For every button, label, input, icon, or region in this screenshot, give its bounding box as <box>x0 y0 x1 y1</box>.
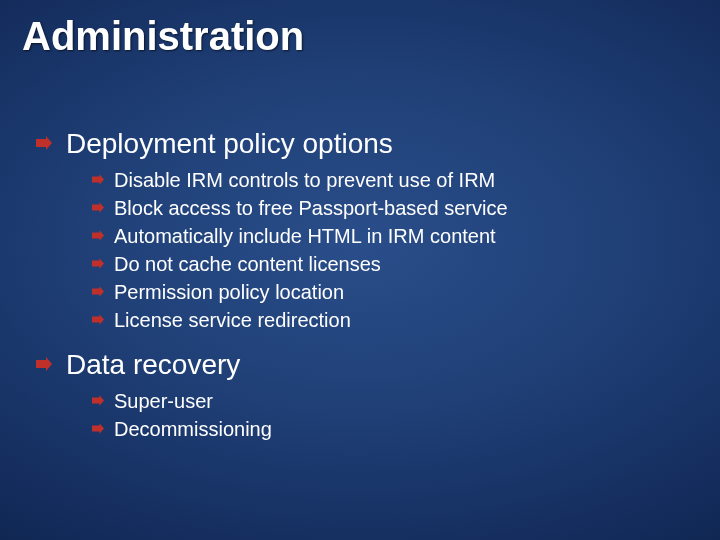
bullet-icon <box>92 314 104 325</box>
svg-marker-4 <box>92 258 104 269</box>
list-item-text: Disable IRM controls to prevent use of I… <box>114 167 495 193</box>
list-item-text: Block access to free Passport-based serv… <box>114 195 508 221</box>
slide-content: Deployment policy options Disable IRM co… <box>36 126 690 456</box>
svg-marker-2 <box>92 202 104 213</box>
section-items: Super-user Decommissioning <box>92 388 690 442</box>
bullet-icon <box>92 286 104 297</box>
section-heading: Deployment policy options <box>36 126 690 161</box>
list-item: Automatically include HTML in IRM conten… <box>92 223 690 249</box>
list-item-text: Decommissioning <box>114 416 272 442</box>
bullet-icon <box>92 174 104 185</box>
list-item: Super-user <box>92 388 690 414</box>
section-heading-text: Data recovery <box>66 347 240 382</box>
bullet-icon <box>36 136 52 150</box>
list-item: Disable IRM controls to prevent use of I… <box>92 167 690 193</box>
bullet-icon <box>92 230 104 241</box>
list-item-text: Super-user <box>114 388 213 414</box>
list-item: Permission policy location <box>92 279 690 305</box>
slide: Administration Deployment policy options… <box>0 0 720 540</box>
bullet-icon <box>92 258 104 269</box>
svg-marker-3 <box>92 230 104 241</box>
svg-marker-5 <box>92 286 104 297</box>
bullet-icon <box>92 395 104 406</box>
list-item: Block access to free Passport-based serv… <box>92 195 690 221</box>
list-item: Decommissioning <box>92 416 690 442</box>
bullet-icon <box>36 357 52 371</box>
list-item-text: Permission policy location <box>114 279 344 305</box>
section-items: Disable IRM controls to prevent use of I… <box>92 167 690 333</box>
svg-marker-1 <box>92 174 104 185</box>
list-item-text: Do not cache content licenses <box>114 251 381 277</box>
list-item: License service redirection <box>92 307 690 333</box>
svg-marker-7 <box>36 357 52 371</box>
bullet-icon <box>92 202 104 213</box>
svg-marker-8 <box>92 395 104 406</box>
list-item-text: Automatically include HTML in IRM conten… <box>114 223 496 249</box>
slide-title: Administration <box>22 14 304 59</box>
svg-marker-9 <box>92 423 104 434</box>
list-item: Do not cache content licenses <box>92 251 690 277</box>
bullet-icon <box>92 423 104 434</box>
svg-marker-0 <box>36 136 52 150</box>
section-heading-text: Deployment policy options <box>66 126 393 161</box>
list-item-text: License service redirection <box>114 307 351 333</box>
svg-marker-6 <box>92 314 104 325</box>
section-heading: Data recovery <box>36 347 690 382</box>
